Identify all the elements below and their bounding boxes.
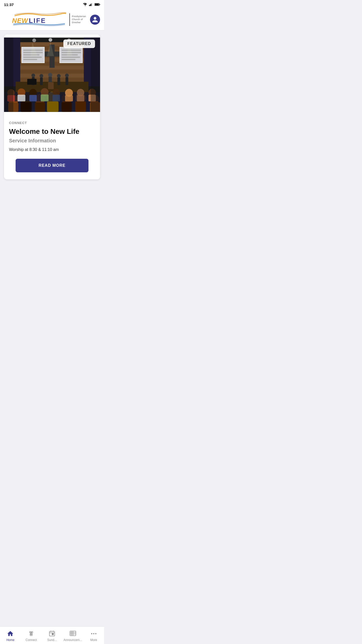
svg-rect-6: [95, 4, 99, 5]
featured-image-container: FEATURED: [4, 34, 100, 115]
card-category: CONNECT: [9, 121, 95, 125]
svg-rect-56: [48, 82, 54, 89]
svg-rect-69: [62, 102, 72, 112]
svg-rect-53: [66, 77, 68, 85]
status-bar: 11:37: [0, 0, 104, 9]
svg-rect-31: [23, 59, 37, 60]
main-content: FEATURED CONNECT Welcome to New Life Ser…: [0, 30, 104, 219]
svg-rect-84: [41, 94, 49, 101]
svg-point-52: [57, 74, 61, 78]
featured-badge-text: FEATURED: [67, 42, 91, 46]
svg-rect-90: [91, 37, 100, 112]
svg-rect-2: [91, 4, 92, 6]
card-description: Worship at 8:30 & 11:10 am: [9, 147, 95, 153]
logo-waves-bottom: [12, 22, 67, 26]
svg-rect-1: [90, 4, 90, 6]
svg-rect-87: [77, 95, 84, 101]
logo-waves-top: [12, 12, 67, 17]
svg-rect-37: [62, 57, 80, 58]
svg-rect-30: [23, 57, 42, 58]
user-icon: [92, 16, 98, 23]
svg-point-54: [65, 73, 69, 77]
svg-rect-38: [62, 59, 75, 60]
svg-rect-82: [18, 95, 25, 101]
battery-icon: [95, 3, 100, 6]
logo: NEW LIFE Presbyterian Church of Dresher: [12, 12, 92, 27]
svg-rect-66: [21, 102, 32, 112]
svg-rect-89: [4, 37, 13, 112]
svg-rect-34: [62, 50, 81, 51]
svg-rect-3: [92, 3, 92, 6]
wifi-icon: [83, 3, 87, 6]
featured-card: FEATURED CONNECT Welcome to New Life Ser…: [4, 34, 100, 179]
user-avatar[interactable]: [90, 15, 100, 25]
bottom-spacer: [4, 179, 100, 215]
app-header: NEW LIFE Presbyterian Church of Dresher: [0, 9, 104, 30]
svg-rect-68: [47, 101, 59, 112]
svg-point-48: [39, 74, 43, 78]
svg-rect-70: [75, 101, 86, 112]
svg-point-50: [48, 73, 52, 77]
card-subtitle: Service Information: [9, 138, 95, 144]
featured-badge: FEATURED: [63, 39, 95, 48]
logo-subtitle: Presbyterian Church of Dresher: [72, 15, 92, 24]
svg-rect-16: [18, 70, 86, 73]
svg-point-40: [49, 38, 52, 42]
logo-divider: [69, 13, 70, 26]
read-more-button[interactable]: READ MORE: [16, 159, 89, 172]
svg-rect-83: [29, 95, 37, 101]
svg-rect-86: [65, 95, 73, 101]
svg-point-46: [31, 73, 35, 77]
svg-rect-55: [27, 79, 36, 85]
svg-rect-47: [40, 77, 43, 85]
card-content: CONNECT Welcome to New Life Service Info…: [4, 115, 100, 179]
svg-rect-67: [35, 102, 45, 112]
card-title: Welcome to New Life: [9, 127, 95, 136]
status-time: 11:37: [4, 3, 14, 7]
svg-rect-5: [100, 4, 100, 5]
svg-rect-51: [57, 77, 60, 85]
status-icons: [83, 3, 100, 6]
svg-point-39: [32, 38, 36, 42]
signal-icon: [89, 3, 93, 6]
svg-rect-85: [53, 95, 60, 101]
svg-rect-0: [89, 5, 90, 6]
